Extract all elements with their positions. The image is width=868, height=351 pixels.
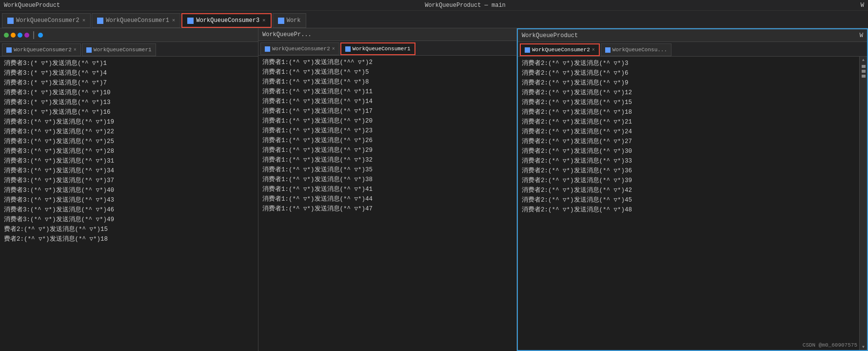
tab-label-wqc3: WorkQueueConsumer3: [196, 17, 259, 24]
panel-middle-tab-wqc2[interactable]: WorkQueueConsumer2 ×: [260, 42, 339, 55]
list-item: 消费者1:(*^ ▽*)发送消息(*^ ▽*)8: [262, 77, 513, 87]
tab-icon-wqc3: [187, 18, 194, 24]
list-item: 消费者2:(*^ ▽*)发送消息(*^ ▽*)48: [522, 205, 855, 215]
list-item: 消费者3:(*^ ▽*)发送消息(*^ ▽*)37: [4, 176, 254, 186]
list-item: 消费者3:(*^ ▽*)发送消息(*^ ▽*)31: [4, 156, 254, 166]
list-item: 消费者3:(*^ ▽*)发送消息(*^ ▽*)19: [4, 117, 254, 127]
list-item: 消费者3:(* ▽*)发送消息(*^ ▽*)7: [4, 78, 254, 88]
tab-label-wqc2: WorkQueueConsumer2: [16, 17, 79, 24]
list-item: 消费者1:(*^ ▽*)发送消息(*^ ▽*)47: [262, 204, 513, 214]
panel-left: WorkQueueConsumer2 × WorkQueueConsumer1 …: [0, 28, 258, 351]
panel-right: WorkQueueProduct W WorkQueueConsumer2 × …: [517, 28, 868, 351]
panel-left-tab-icon-wqc2: [6, 47, 12, 53]
list-item: 消费者2:(*^ ▽*)发送消息(*^ ▽*)3: [522, 59, 855, 68]
list-item: 消费者2:(*^ ▽*)发送消息(*^ ▽*)15: [522, 98, 855, 107]
panel-middle-content[interactable]: 消费者1:(*^ ▽*)发送消息(*^^ ▽*)2消费者1:(*^ ▽*)发送消…: [258, 56, 516, 351]
panel-right-header-right: W: [860, 32, 863, 39]
list-item: 消费者3:(*^ ▽*)发送消息(*^ ▽*)49: [4, 215, 254, 225]
tab-wqc2[interactable]: WorkQueueConsumer2 ×: [2, 13, 91, 28]
panel-right-tab-label-other: WorkQueueConsu...: [612, 47, 667, 53]
list-item: 消费者3:(*^ ▽*)发送消息(*^ ▽*)22: [4, 127, 254, 137]
panel-middle-tab-close-wqc2[interactable]: ×: [332, 46, 335, 52]
list-item: 消费者2:(*^ ▽*)发送消息(*^ ▽*)36: [522, 166, 855, 176]
panel-middle-header: WorkQueuePr...: [262, 31, 312, 38]
list-item: 消费者3:(*^ ▽*)发送消息(*^ ▽*)46: [4, 205, 254, 215]
list-item: 消费者1:(*^ ▽*)发送消息(*^^ ▽*)2: [262, 58, 513, 67]
panel-middle-tab-label-wqc2: WorkQueueConsumer2: [272, 46, 330, 52]
panel-middle: WorkQueuePr... WorkQueueConsumer2 × Work…: [258, 28, 517, 351]
list-item: 消费者2:(*^ ▽*)发送消息(*^ ▽*)45: [522, 195, 855, 205]
tab-label-work: Work: [287, 17, 301, 24]
panel-right-tab-wqcother[interactable]: WorkQueueConsu...: [601, 43, 671, 56]
panel-left-tab-icon-wqc1: [86, 47, 92, 53]
list-item: 消费者2:(*^ ▽*)发送消息(*^ ▽*)9: [522, 78, 855, 88]
panel-middle-tab-icon-wqc1: [345, 46, 351, 52]
tab-close-wqc3[interactable]: ×: [262, 18, 266, 23]
top-title-center: WorkQueueProduct — main: [70, 2, 861, 9]
list-item: 消费者1:(*^ ▽*)发送消息(*^ ▽*)17: [262, 106, 513, 116]
panel-left-tab-wqc2[interactable]: WorkQueueConsumer2 ×: [2, 43, 81, 56]
tab-label-wqc1: WorkQueueConsumer1: [106, 17, 169, 24]
list-item: 费者2:(*^ ▽*)发送消息(*^ ▽*)18: [4, 234, 254, 244]
list-item: 消费者1:(*^ ▽*)发送消息(*^ ▽*)26: [262, 136, 513, 145]
list-item: 消费者2:(*^ ▽*)发送消息(*^ ▽*)18: [522, 107, 855, 117]
list-item: 消费者3:(*^ ▽*)发送消息(*^ ▽*)43: [4, 195, 254, 205]
list-item: 消费者1:(*^ ▽*)发送消息(*^ ▽*)44: [262, 194, 513, 204]
tab-close-wqc1[interactable]: ×: [172, 18, 176, 23]
top-title-right: W: [861, 2, 864, 9]
panel-right-header: WorkQueueProduct: [522, 32, 578, 39]
list-item: 消费者2:(*^ ▽*)发送消息(*^ ▽*)39: [522, 176, 855, 186]
watermark: CSDN @m0_60907575: [803, 342, 857, 348]
list-item: 消费者2:(*^ ▽*)发送消息(*^ ▽*)6: [522, 68, 855, 78]
list-item: 消费者2:(*^ ▽*)发送消息(*^ ▽*)21: [522, 117, 855, 127]
list-item: 消费者1:(*^ ▽*)发送消息(*^ ▽*)23: [262, 126, 513, 136]
list-item: 消费者3:(*^ ▽*)发送消息(*^ ▽*)28: [4, 146, 254, 156]
list-item: 消费者3:(* ▽*)发送消息(*^ ▽*)10: [4, 88, 254, 98]
list-item: 消费者1:(*^ ▽*)发送消息(*^ ▽*)32: [262, 155, 513, 165]
list-item: 消费者2:(*^ ▽*)发送消息(*^ ▽*)42: [522, 186, 855, 195]
list-item: 消费者2:(*^ ▽*)发送消息(*^ ▽*)33: [522, 156, 855, 166]
panel-left-content[interactable]: 消费者3:(* ▽*)发送消息(*^ ▽*)1消费者3:(* ▽*)发送消息(*…: [0, 57, 258, 351]
list-item: 消费者1:(*^ ▽*)发送消息(*^ ▽*)41: [262, 185, 513, 194]
list-item: 消费者1:(*^ ▽*)发送消息(*^ ▽*)20: [262, 116, 513, 126]
tab-close-wqc2[interactable]: ×: [82, 18, 86, 23]
panel-right-tab-wqc2[interactable]: WorkQueueConsumer2 ×: [520, 43, 600, 56]
list-item: 消费者3:(*^ ▽*)发送消息(*^ ▽*)40: [4, 186, 254, 195]
panel-left-tab-label-wqc1: WorkQueueConsumer1: [94, 47, 152, 53]
list-item: 消费者2:(*^ ▽*)发送消息(*^ ▽*)12: [522, 88, 855, 98]
panel-middle-tab-icon-wqc2: [265, 46, 270, 52]
panel-right-tab-icon-wqc2: [525, 47, 530, 53]
tab-wqc3[interactable]: WorkQueueConsumer3 ×: [181, 13, 271, 28]
list-item: 消费者3:(* ▽*)发送消息(*^ ▽*)13: [4, 98, 254, 107]
tab-icon-wqc1: [97, 18, 103, 24]
panel-middle-tab-label-wqc1: WorkQueueConsumer1: [353, 46, 411, 52]
list-item: 消费者1:(*^ ▽*)发送消息(*^ ▽*)14: [262, 97, 513, 106]
list-item: 消费者3:(*^ ▽*)发送消息(*^ ▽*)25: [4, 137, 254, 146]
list-item: 消费者2:(*^ ▽*)发送消息(*^ ▽*)24: [522, 127, 855, 137]
panel-left-tab-wqc1[interactable]: WorkQueueConsumer1: [82, 43, 156, 56]
tab-icon-work: [278, 18, 284, 24]
list-item: 消费者1:(*^ ▽*)发送消息(*^ ▽*)35: [262, 165, 513, 175]
panel-right-tab-label-wqc2: WorkQueueConsumer2: [532, 47, 590, 53]
panel-right-tab-icon-other: [605, 47, 611, 53]
tab-icon-wqc2: [7, 18, 14, 24]
tab-wqc1[interactable]: WorkQueueConsumer1 ×: [92, 13, 180, 28]
list-item: 消费者3:(* ▽*)发送消息(*^ ▽*)1: [4, 59, 254, 68]
list-item: 费者2:(*^ ▽*)发送消息(*^ ▽*)15: [4, 225, 254, 234]
list-item: 消费者1:(*^ ▽*)发送消息(*^ ▽*)5: [262, 67, 513, 77]
list-item: 消费者3:(* ▽*)发送消息(*^ ▽*)4: [4, 68, 254, 78]
panel-left-tab-close-wqc2[interactable]: ×: [74, 47, 77, 53]
list-item: 消费者3:(* ▽*)发送消息(*^ ▽*)16: [4, 107, 254, 117]
top-title-left: WorkQueueProduct: [4, 2, 60, 9]
list-item: 消费者2:(*^ ▽*)发送消息(*^ ▽*)30: [522, 146, 855, 156]
panel-right-tab-close-wqc2[interactable]: ×: [592, 47, 595, 53]
list-item: 消费者2:(*^ ▽*)发送消息(*^ ▽*)27: [522, 137, 855, 146]
panel-right-content[interactable]: 消费者2:(*^ ▽*)发送消息(*^ ▽*)3消费者2:(*^ ▽*)发送消息…: [518, 57, 859, 350]
tab-work[interactable]: Work: [273, 13, 306, 28]
panel-left-tab-label-wqc2: WorkQueueConsumer2: [14, 47, 72, 53]
list-item: 消费者1:(*^ ▽*)发送消息(*^ ▽*)38: [262, 175, 513, 185]
list-item: 消费者1:(*^ ▽*)发送消息(*^ ▽*)29: [262, 145, 513, 155]
list-item: 消费者3:(*^ ▽*)发送消息(*^ ▽*)34: [4, 166, 254, 176]
list-item: 消费者1:(*^ ▽*)发送消息(*^ ▽*)11: [262, 87, 513, 97]
panel-middle-tab-wqc1[interactable]: WorkQueueConsumer1: [340, 42, 415, 55]
